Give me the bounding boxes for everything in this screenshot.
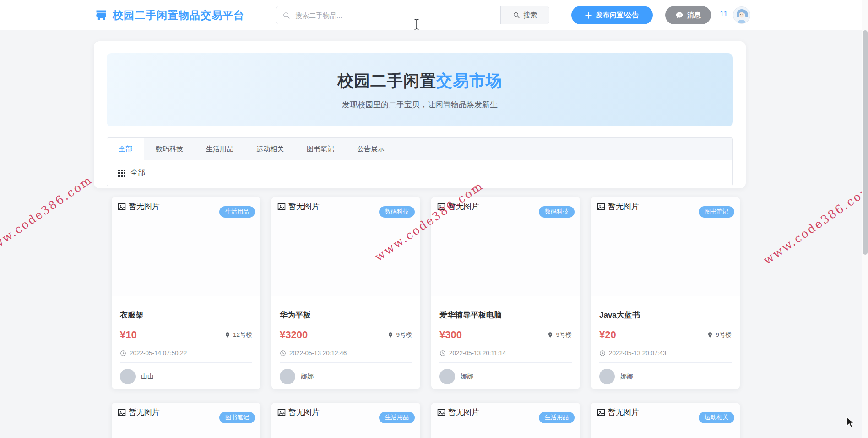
plus-icon bbox=[585, 12, 592, 19]
product-card[interactable]: 暂无图片 数码科技 华为平板 ¥3200 9号楼 2022-05-13 20:1… bbox=[271, 197, 420, 389]
location-pin-icon bbox=[224, 332, 231, 338]
search-button[interactable]: 搜索 bbox=[500, 6, 549, 24]
product-time: 2022-05-13 20:11:14 bbox=[439, 350, 572, 356]
messages-button-label: 消息 bbox=[687, 11, 701, 20]
hero-title-text: 校园二手闲置 bbox=[337, 71, 436, 89]
user-avatar[interactable] bbox=[733, 6, 750, 24]
product-card[interactable]: 暂无图片 生活用品 bbox=[431, 403, 580, 438]
seller-row: 娜娜 bbox=[439, 363, 572, 389]
tab-digital[interactable]: 数码科技 bbox=[144, 138, 195, 160]
no-image-label: 暂无图片 bbox=[608, 407, 639, 417]
category-badge: 运动相关 bbox=[699, 412, 734, 423]
no-image-label: 暂无图片 bbox=[448, 407, 479, 417]
tab-daily-goods[interactable]: 生活用品 bbox=[195, 138, 245, 160]
location-label: 12号楼 bbox=[233, 331, 252, 339]
no-image-label: 暂无图片 bbox=[608, 201, 639, 212]
no-image-label: 暂无图片 bbox=[129, 407, 160, 417]
clock-icon bbox=[439, 350, 446, 356]
seller-avatar bbox=[120, 369, 136, 384]
tab-all[interactable]: 全部 bbox=[107, 138, 144, 160]
location-pin-icon bbox=[547, 332, 553, 338]
shop-logo-icon bbox=[95, 9, 108, 22]
product-location: 9号楼 bbox=[707, 331, 732, 339]
tab-sports[interactable]: 运动相关 bbox=[245, 138, 295, 160]
product-card[interactable]: 暂无图片 运动相关 bbox=[591, 403, 740, 438]
product-image-area: 暂无图片 生活用品 bbox=[271, 403, 420, 438]
no-image-label: 暂无图片 bbox=[288, 407, 320, 417]
product-card[interactable]: 暂无图片 生活用品 衣服架 ¥10 12号楼 2022-05-14 07:50:… bbox=[112, 197, 260, 389]
brand: 校园二手闲置物品交易平台 bbox=[95, 0, 244, 30]
tabs-header: 全部 数码科技 生活用品 运动相关 图书笔记 公告展示 bbox=[107, 138, 732, 160]
time-label: 2022-05-13 20:11:14 bbox=[449, 350, 506, 356]
scrollbar-thumb[interactable] bbox=[863, 30, 868, 255]
location-label: 9号楼 bbox=[556, 331, 572, 339]
no-image-label: 暂无图片 bbox=[288, 201, 320, 212]
seller-row: 娜娜 bbox=[280, 363, 412, 389]
publish-button-label: 发布闲置/公告 bbox=[596, 11, 639, 20]
product-image-area: 暂无图片 运动相关 bbox=[591, 403, 740, 438]
card-body: 衣服架 ¥10 12号楼 2022-05-14 07:50:22 山山 bbox=[112, 310, 260, 389]
brand-title: 校园二手闲置物品交易平台 bbox=[113, 8, 244, 22]
clock-icon bbox=[280, 350, 286, 356]
category-tabs: 全部 数码科技 生活用品 运动相关 图书笔记 公告展示 全部 bbox=[107, 137, 733, 186]
product-location: 9号楼 bbox=[547, 331, 572, 339]
product-image-area: 暂无图片 图书笔记 bbox=[591, 197, 740, 296]
image-icon bbox=[117, 202, 126, 211]
main-panel: 校园二手闲置交易市场 发现校园里的二手宝贝，让闲置物品焕发新生 全部 数码科技 … bbox=[94, 41, 746, 188]
publish-button[interactable]: 发布闲置/公告 bbox=[571, 6, 653, 24]
image-icon bbox=[277, 408, 286, 417]
card-body: Java大蓝书 ¥20 9号楼 2022-05-13 20:07:43 娜娜 bbox=[591, 310, 740, 389]
product-card[interactable]: 暂无图片 图书笔记 bbox=[112, 403, 260, 438]
message-count: 11 bbox=[720, 10, 728, 19]
image-icon bbox=[277, 202, 286, 211]
product-card[interactable]: 暂无图片 数码科技 爱华辅导平板电脑 ¥300 9号楼 2022-05-13 2… bbox=[431, 197, 580, 389]
product-price: ¥300 bbox=[439, 329, 462, 341]
card-body: 华为平板 ¥3200 9号楼 2022-05-13 20:12:46 娜娜 bbox=[271, 310, 420, 389]
hero-banner: 校园二手闲置交易市场 发现校园里的二手宝贝，让闲置物品焕发新生 bbox=[107, 53, 733, 126]
hero-title-highlight: 交易市场 bbox=[436, 71, 502, 89]
navbar: 校园二手闲置物品交易平台 搜索 发布闲置/公告 bbox=[0, 0, 868, 30]
product-time: 2022-05-13 20:12:46 bbox=[280, 350, 412, 356]
product-image-area: 暂无图片 生活用品 bbox=[431, 403, 580, 438]
category-badge: 生活用品 bbox=[379, 412, 415, 423]
product-image-area: 暂无图片 生活用品 bbox=[112, 197, 260, 296]
hero-subtitle: 发现校园里的二手宝贝，让闲置物品焕发新生 bbox=[342, 99, 498, 110]
location-label: 9号楼 bbox=[716, 331, 732, 339]
no-image-placeholder: 暂无图片 bbox=[117, 407, 160, 417]
product-card[interactable]: 暂无图片 生活用品 bbox=[271, 403, 420, 438]
product-title: Java大蓝书 bbox=[599, 310, 732, 320]
search-button-label: 搜索 bbox=[523, 11, 537, 20]
seller-name: 娜娜 bbox=[461, 372, 473, 381]
tab-books[interactable]: 图书笔记 bbox=[295, 138, 346, 160]
location-label: 9号楼 bbox=[396, 331, 412, 339]
no-image-label: 暂无图片 bbox=[129, 201, 160, 212]
product-price: ¥20 bbox=[599, 329, 616, 341]
location-pin-icon bbox=[707, 332, 713, 338]
product-image-area: 暂无图片 数码科技 bbox=[431, 197, 580, 296]
seller-row: 娜娜 bbox=[599, 363, 732, 389]
watermark: www.code386.com bbox=[0, 173, 95, 258]
avatar-image bbox=[733, 7, 750, 23]
search-input[interactable] bbox=[294, 11, 494, 20]
clock-icon bbox=[120, 350, 126, 356]
no-image-placeholder: 暂无图片 bbox=[277, 201, 320, 212]
category-badge: 图书笔记 bbox=[699, 206, 734, 218]
product-title: 衣服架 bbox=[120, 310, 252, 320]
product-title: 华为平板 bbox=[280, 310, 412, 320]
no-image-placeholder: 暂无图片 bbox=[597, 201, 639, 212]
category-badge: 生活用品 bbox=[539, 412, 575, 423]
scrollbar[interactable] bbox=[862, 0, 868, 438]
category-badge: 数码科技 bbox=[539, 206, 575, 218]
product-location: 9号楼 bbox=[387, 331, 412, 339]
product-card[interactable]: 暂无图片 图书笔记 Java大蓝书 ¥20 9号楼 2022-05-13 20:… bbox=[591, 197, 740, 389]
mouse-cursor-icon bbox=[846, 417, 856, 428]
tab-announcements[interactable]: 公告展示 bbox=[346, 138, 396, 160]
seller-avatar bbox=[439, 369, 455, 384]
clock-icon bbox=[599, 350, 606, 356]
no-image-label: 暂无图片 bbox=[448, 201, 479, 212]
hero-title: 校园二手闲置交易市场 bbox=[337, 70, 502, 92]
seller-row: 山山 bbox=[120, 363, 252, 389]
messages-button[interactable]: 消息 bbox=[665, 6, 711, 24]
seller-avatar bbox=[599, 369, 615, 384]
search-icon bbox=[282, 11, 290, 19]
